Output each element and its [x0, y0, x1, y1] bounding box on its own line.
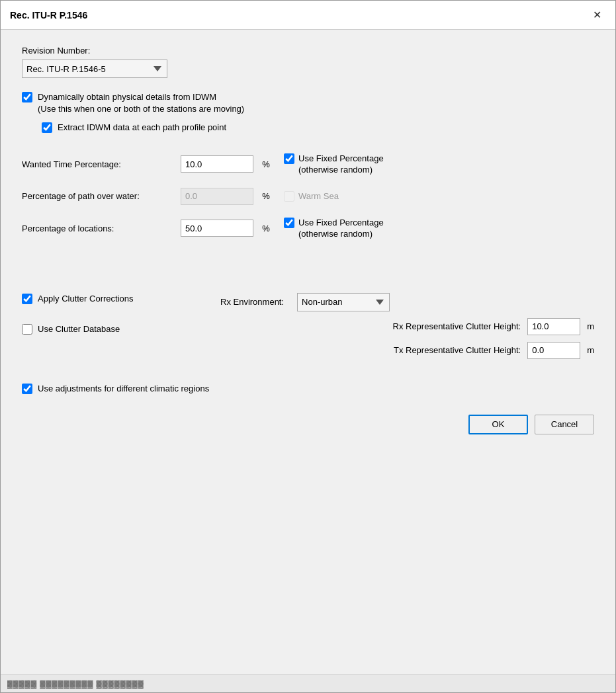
locations-unit: % — [260, 224, 272, 233]
extract-idwm-label: Extract IDWM data at each path profile p… — [58, 122, 226, 134]
path-water-unit: % — [260, 191, 272, 201]
wanted-time-fixed-label: Use Fixed Percentage(otherwise random) — [298, 153, 384, 176]
locations-row: Percentage of locations: % Use Fixed Per… — [22, 217, 594, 240]
rx-height-label: Rx Representative Clutter Height: — [355, 321, 521, 331]
buttons-row: OK Cancel — [22, 415, 594, 450]
apply-clutter-row: Apply Clutter Corrections — [22, 293, 220, 305]
climate-label: Use adjustments for different climatic r… — [38, 383, 209, 395]
apply-clutter-label: Apply Clutter Corrections — [38, 293, 134, 305]
rx-env-dropdown[interactable]: Non-urban Urban Dense Urban Suburban — [297, 293, 390, 311]
spacer — [22, 240, 594, 273]
dynamic-checkbox[interactable] — [22, 92, 32, 102]
use-clutter-db-checkbox[interactable] — [22, 324, 32, 335]
warm-sea-option: Warm Sea — [284, 190, 339, 202]
wanted-time-label: Wanted Time Percentage: — [22, 159, 174, 169]
locations-fixed-checkbox[interactable] — [284, 218, 294, 228]
path-water-input — [181, 188, 253, 205]
clutter-heights: Rx Representative Clutter Height: m Tx R… — [355, 318, 594, 359]
bottom-bar-text: ▓▓▓▓▓ ▓▓▓▓▓▓▓▓▓ ▓▓▓▓▓▓▓▓ — [7, 680, 144, 688]
tx-height-unit: m — [587, 345, 594, 355]
revision-number-label: Revision Number: — [22, 46, 594, 56]
bottom-bar: ▓▓▓▓▓ ▓▓▓▓▓▓▓▓▓ ▓▓▓▓▓▓▓▓ — [1, 674, 615, 692]
lower-left-col: Apply Clutter Corrections Use Clutter Da… — [22, 293, 220, 335]
climate-row: Use adjustments for different climatic r… — [22, 383, 594, 395]
tx-height-input[interactable] — [527, 342, 580, 359]
fields-section: Wanted Time Percentage: % Use Fixed Perc… — [22, 153, 594, 240]
rx-env-label: Rx Environment: — [220, 297, 284, 307]
wanted-time-fixed-checkbox[interactable] — [284, 153, 294, 164]
dialog-title: Rec. ITU-R P.1546 — [10, 10, 87, 20]
warm-sea-label: Warm Sea — [298, 190, 339, 202]
revision-number-dropdown[interactable]: Rec. ITU-R P.1546-5 Rec. ITU-R P.1546-4 … — [22, 60, 167, 78]
locations-fixed-label: Use Fixed Percentage(otherwise random) — [298, 217, 384, 240]
wanted-time-side-option: Use Fixed Percentage(otherwise random) — [284, 153, 384, 176]
rx-height-unit: m — [587, 321, 594, 331]
wanted-time-row: Wanted Time Percentage: % Use Fixed Perc… — [22, 153, 594, 176]
extract-idwm-checkbox[interactable] — [42, 122, 52, 133]
dialog-window: Rec. ITU-R P.1546 ✕ Revision Number: Rec… — [0, 0, 616, 693]
locations-input[interactable] — [181, 220, 253, 237]
wanted-time-unit: % — [260, 159, 272, 169]
warm-sea-checkbox — [284, 191, 294, 202]
cancel-button[interactable]: Cancel — [535, 415, 594, 434]
use-clutter-db-row: Use Clutter Database — [22, 323, 220, 335]
lower-right-col: Rx Environment: Non-urban Urban Dense Ur… — [220, 293, 594, 359]
dynamic-checkbox-row: Dynamically obtain physical details from… — [22, 91, 594, 115]
rx-env-row: Rx Environment: Non-urban Urban Dense Ur… — [220, 293, 594, 311]
climate-checkbox[interactable] — [22, 384, 32, 394]
title-bar: Rec. ITU-R P.1546 ✕ — [1, 1, 615, 30]
locations-side-option: Use Fixed Percentage(otherwise random) — [284, 217, 384, 240]
rx-height-input[interactable] — [527, 318, 580, 335]
apply-clutter-checkbox[interactable] — [22, 294, 32, 304]
dialog-content: Revision Number: Rec. ITU-R P.1546-5 Rec… — [1, 30, 615, 674]
lower-combined: Apply Clutter Corrections Use Clutter Da… — [22, 293, 594, 359]
revision-number-section: Revision Number: Rec. ITU-R P.1546-5 Rec… — [22, 46, 594, 78]
tx-height-label: Tx Representative Clutter Height: — [355, 345, 521, 355]
extract-idwm-row: Extract IDWM data at each path profile p… — [42, 122, 594, 134]
ok-button[interactable]: OK — [468, 415, 528, 434]
path-water-row: Percentage of path over water: % Warm Se… — [22, 188, 594, 205]
use-clutter-db-label: Use Clutter Database — [38, 323, 120, 335]
tx-height-row: Tx Representative Clutter Height: m — [355, 342, 594, 359]
locations-label: Percentage of locations: — [22, 224, 174, 233]
dynamic-checkbox-label: Dynamically obtain physical details from… — [38, 91, 244, 115]
close-button[interactable]: ✕ — [588, 6, 606, 24]
rx-height-row: Rx Representative Clutter Height: m — [355, 318, 594, 335]
wanted-time-input[interactable] — [181, 155, 253, 173]
path-water-label: Percentage of path over water: — [22, 191, 174, 201]
